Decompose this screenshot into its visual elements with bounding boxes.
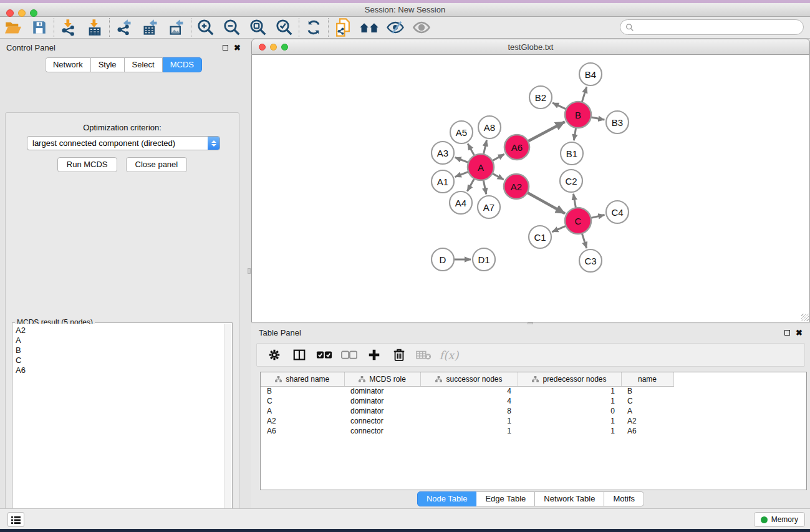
cell[interactable]: 8 (420, 406, 518, 416)
node-D[interactable]: D (432, 248, 454, 271)
minimize-window-button[interactable] (18, 9, 26, 17)
close-table-panel-icon[interactable]: ✖ (796, 329, 803, 337)
node-A2[interactable]: A2 (504, 174, 529, 199)
cell[interactable]: B (261, 386, 344, 396)
table-row[interactable]: Bdominator41B (261, 386, 673, 396)
column-layout-button[interactable] (288, 345, 311, 365)
tab-mcds[interactable]: MCDS (163, 57, 202, 72)
search-input[interactable] (637, 22, 803, 32)
select-all-button[interactable] (313, 345, 335, 365)
node-A1[interactable]: A1 (432, 170, 454, 193)
show-all-button[interactable] (408, 17, 435, 38)
tab-network[interactable]: Network (45, 57, 91, 72)
tab-select[interactable]: Select (125, 57, 163, 72)
float-table-panel-icon[interactable] (784, 330, 790, 336)
run-mcds-button[interactable]: Run MCDS (57, 157, 117, 172)
import-network-button[interactable] (55, 17, 82, 38)
network-documents-button[interactable] (330, 17, 356, 38)
column-header-name[interactable]: name (621, 372, 673, 386)
cell[interactable]: connector (344, 426, 420, 436)
resize-grip[interactable] (801, 314, 809, 321)
cell[interactable]: dominator (344, 386, 420, 396)
result-scrollbar[interactable] (224, 324, 231, 532)
mcds-result-item[interactable]: C (16, 355, 224, 365)
node-A3[interactable]: A3 (432, 142, 454, 164)
hide-unselected-button[interactable] (382, 17, 408, 38)
tab-node-table[interactable]: Node Table (417, 491, 477, 506)
export-table-button[interactable] (137, 17, 163, 38)
edge-B-B2[interactable] (552, 103, 567, 110)
cell[interactable]: 1 (518, 416, 621, 426)
node-D1[interactable]: D1 (473, 248, 495, 271)
cell[interactable]: 1 (518, 396, 621, 406)
add-button[interactable] (363, 345, 385, 365)
zoom-fit-button[interactable] (245, 17, 271, 38)
cell[interactable]: B (621, 386, 673, 396)
cell[interactable]: A (261, 406, 344, 416)
edge-A-A3[interactable] (455, 157, 470, 163)
edge-A2-C[interactable] (526, 192, 565, 214)
node-B[interactable]: B (565, 102, 591, 128)
cell[interactable]: A6 (261, 426, 344, 436)
cell[interactable]: dominator (344, 406, 420, 416)
edge-A-A5[interactable] (468, 143, 475, 157)
mcds-result-item[interactable]: B (16, 346, 224, 355)
cell[interactable]: 1 (518, 386, 621, 396)
edge-A-A1[interactable] (455, 172, 470, 177)
edge-A-A2[interactable] (491, 173, 504, 180)
zoom-in-button[interactable] (193, 17, 219, 38)
cell[interactable]: A6 (621, 426, 673, 436)
table-row[interactable]: A2connector11A2 (261, 416, 673, 426)
tab-edge-table[interactable]: Edge Table (476, 491, 535, 506)
delete-button[interactable] (388, 345, 410, 365)
vertical-split-divider[interactable] (247, 39, 251, 508)
network-window-titlebar[interactable]: testGlobe.txt (251, 39, 810, 55)
open-session-button[interactable] (0, 17, 26, 38)
node-C[interactable]: C (565, 208, 591, 234)
zoom-window-button[interactable] (30, 9, 37, 17)
node-table[interactable]: shared nameMCDS rolesuccessor nodesprede… (260, 372, 807, 490)
node-A7[interactable]: A7 (478, 196, 500, 218)
edge-C-C3[interactable] (582, 232, 587, 248)
node-C1[interactable]: C1 (529, 226, 551, 248)
memory-button[interactable]: Memory (754, 512, 805, 527)
edge-B-B4[interactable] (582, 87, 587, 104)
zoom-network-button[interactable] (281, 44, 288, 51)
column-header-MCDS-role[interactable]: MCDS role (344, 372, 420, 386)
edge-C-C2[interactable] (574, 194, 576, 210)
cell[interactable]: connector (344, 416, 420, 426)
cell[interactable]: dominator (344, 396, 420, 406)
tab-motifs[interactable]: Motifs (604, 491, 644, 506)
mcds-result-item[interactable]: A6 (16, 365, 224, 375)
column-header-predecessor-nodes[interactable]: predecessor nodes (518, 372, 621, 386)
cell[interactable]: A (621, 406, 673, 416)
float-panel-icon[interactable] (223, 45, 228, 51)
node-C4[interactable]: C4 (606, 201, 629, 223)
tab-style[interactable]: Style (91, 57, 125, 72)
mcds-result-item[interactable]: A (16, 336, 224, 346)
cell[interactable]: A2 (621, 416, 673, 426)
close-panel-icon[interactable]: ✖ (234, 44, 241, 52)
node-C3[interactable]: C3 (579, 249, 602, 272)
tab-network-table[interactable]: Network Table (535, 491, 604, 506)
homes-button[interactable] (356, 17, 382, 38)
edge-C-C4[interactable] (590, 215, 605, 218)
zoom-selected-button[interactable] (271, 17, 297, 38)
network-canvas[interactable]: AA1A2A3A4A5A6A7A8BB1B2B3B4CC1C2C3C4DD1 (251, 55, 810, 322)
mcds-result-list[interactable]: A2ABCA6 (13, 324, 224, 532)
delete-table-button[interactable] (413, 345, 435, 365)
cell[interactable]: 4 (420, 396, 518, 406)
node-B4[interactable]: B4 (579, 63, 602, 85)
search-field[interactable] (620, 19, 804, 35)
edge-B-B3[interactable] (590, 117, 605, 120)
deselect-all-button[interactable] (338, 345, 360, 365)
cell[interactable]: C (261, 396, 344, 406)
mcds-result-item[interactable]: A2 (16, 326, 224, 336)
cell[interactable]: 1 (420, 426, 518, 436)
export-image-button[interactable] (163, 17, 190, 38)
node-A4[interactable]: A4 (450, 191, 472, 214)
edge-A6-B[interactable] (527, 122, 565, 142)
column-header-successor-nodes[interactable]: successor nodes (420, 372, 518, 386)
close-panel-button[interactable]: Close panel (126, 157, 188, 172)
edge-A-A6[interactable] (491, 154, 504, 162)
